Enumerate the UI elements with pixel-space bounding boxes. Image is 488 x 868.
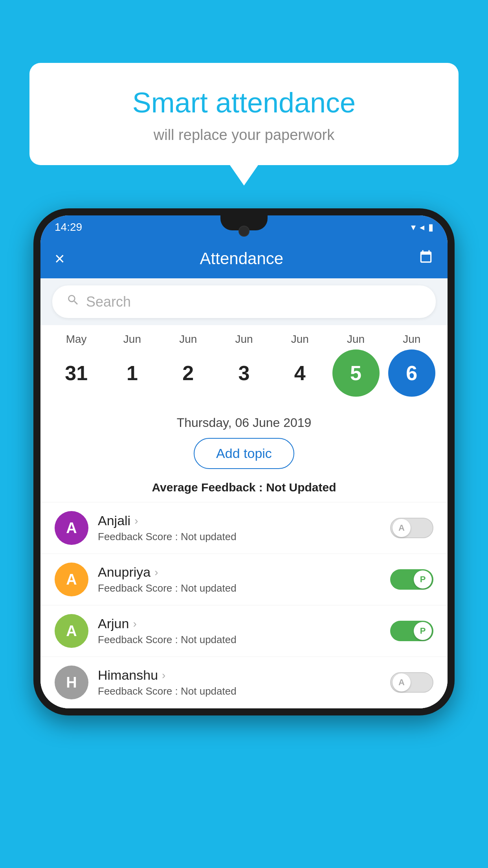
cal-date-3[interactable]: 3 — [220, 349, 268, 397]
toggle-himanshu[interactable]: A — [390, 672, 433, 693]
cal-month-3: Jun — [220, 333, 268, 346]
feedback-score-himanshu: Feedback Score : Not updated — [98, 685, 381, 697]
toggle-knob-himanshu: A — [393, 673, 411, 691]
status-icons: ▾ ◂ ▮ — [411, 222, 433, 233]
student-item-himanshu[interactable]: H Himanshu › Feedback Score : Not update… — [40, 657, 448, 708]
toggle-switch-anupriya[interactable]: P — [390, 569, 433, 590]
app-header: × Attendance — [40, 239, 448, 278]
cal-month-5: Jun — [332, 333, 380, 346]
signal-icon: ◂ — [420, 222, 424, 233]
toggle-switch-himanshu[interactable]: A — [390, 672, 433, 693]
phone-wrapper: 14:29 ▾ ◂ ▮ × Attendance — [33, 208, 455, 868]
average-feedback: Average Feedback : Not Updated — [40, 477, 448, 502]
avatar-himanshu: H — [55, 666, 88, 699]
cal-date-5[interactable]: 5 — [332, 349, 380, 397]
wifi-icon: ▾ — [411, 222, 416, 233]
chevron-icon-arjun: › — [133, 618, 136, 630]
toggle-knob-anjali: A — [393, 519, 411, 537]
calendar-icon[interactable] — [418, 250, 433, 268]
feedback-score-arjun: Feedback Score : Not updated — [98, 634, 381, 646]
student-info-anjali: Anjali › Feedback Score : Not updated — [98, 513, 381, 543]
student-item-anupriya[interactable]: A Anupriya › Feedback Score : Not update… — [40, 554, 448, 605]
toggle-anjali[interactable]: A — [390, 518, 433, 538]
search-placeholder: Search — [86, 294, 131, 310]
avatar-anjali: A — [55, 511, 88, 545]
bubble-title: Smart attendance — [53, 86, 435, 119]
phone-screen: 14:29 ▾ ◂ ▮ × Attendance — [40, 215, 448, 708]
feedback-score-anjali: Feedback Score : Not updated — [98, 531, 381, 543]
phone-notch — [220, 215, 268, 230]
cal-date-4[interactable]: 4 — [276, 349, 323, 397]
selected-date-label: Thursday, 06 June 2019 — [40, 408, 448, 434]
phone-camera — [238, 226, 250, 237]
student-item-anjali[interactable]: A Anjali › Feedback Score : Not updated … — [40, 502, 448, 554]
feedback-score-anupriya: Feedback Score : Not updated — [98, 582, 381, 594]
calendar-months: May Jun Jun Jun Jun Jun Jun — [40, 333, 448, 346]
avatar-anupriya: A — [55, 563, 88, 596]
toggle-anupriya[interactable]: P — [390, 569, 433, 590]
avg-feedback-label: Average Feedback : — [152, 481, 266, 494]
add-topic-button[interactable]: Add topic — [194, 438, 294, 469]
cal-date-2[interactable]: 2 — [165, 349, 212, 397]
student-name-himanshu: Himanshu › — [98, 668, 381, 683]
cal-date-1[interactable]: 1 — [108, 349, 156, 397]
cal-month-0: May — [53, 333, 100, 346]
avatar-arjun: A — [55, 614, 88, 648]
chevron-icon-anupriya: › — [154, 566, 158, 579]
student-name-anjali: Anjali › — [98, 513, 381, 528]
student-list: A Anjali › Feedback Score : Not updated … — [40, 502, 448, 708]
student-name-arjun: Arjun › — [98, 616, 381, 631]
phone-body: 14:29 ▾ ◂ ▮ × Attendance — [33, 208, 455, 715]
close-button[interactable]: × — [55, 249, 65, 268]
bubble-subtitle: will replace your paperwork — [53, 127, 435, 143]
chevron-icon-anjali: › — [134, 515, 138, 527]
student-info-arjun: Arjun › Feedback Score : Not updated — [98, 616, 381, 646]
toggle-switch-anjali[interactable]: A — [390, 518, 433, 538]
search-bar-container: Search — [40, 278, 448, 325]
toggle-knob-anupriya: P — [414, 570, 432, 588]
speech-bubble: Smart attendance will replace your paper… — [29, 63, 459, 165]
search-bar[interactable]: Search — [52, 285, 436, 318]
cal-date-6[interactable]: 6 — [388, 349, 435, 397]
header-title: Attendance — [200, 249, 284, 268]
speech-bubble-container: Smart attendance will replace your paper… — [29, 63, 459, 165]
calendar-dates: 31 1 2 3 4 5 6 — [40, 349, 448, 397]
chevron-icon-himanshu: › — [162, 669, 165, 682]
cal-month-6: Jun — [388, 333, 435, 346]
toggle-switch-arjun[interactable]: P — [390, 621, 433, 641]
student-info-anupriya: Anupriya › Feedback Score : Not updated — [98, 565, 381, 594]
cal-month-4: Jun — [276, 333, 323, 346]
cal-month-2: Jun — [165, 333, 212, 346]
search-icon — [66, 293, 80, 310]
status-time: 14:29 — [55, 221, 82, 234]
battery-icon: ▮ — [428, 222, 433, 233]
cal-date-31[interactable]: 31 — [53, 349, 100, 397]
student-info-himanshu: Himanshu › Feedback Score : Not updated — [98, 668, 381, 697]
calendar-row: May Jun Jun Jun Jun Jun Jun 31 1 2 3 4 5… — [40, 325, 448, 408]
add-topic-container: Add topic — [40, 434, 448, 477]
student-name-anupriya: Anupriya › — [98, 565, 381, 580]
student-item-arjun[interactable]: A Arjun › Feedback Score : Not updated P — [40, 605, 448, 657]
toggle-knob-arjun: P — [414, 622, 432, 640]
cal-month-1: Jun — [108, 333, 156, 346]
toggle-arjun[interactable]: P — [390, 621, 433, 641]
avg-feedback-value: Not Updated — [266, 481, 336, 494]
